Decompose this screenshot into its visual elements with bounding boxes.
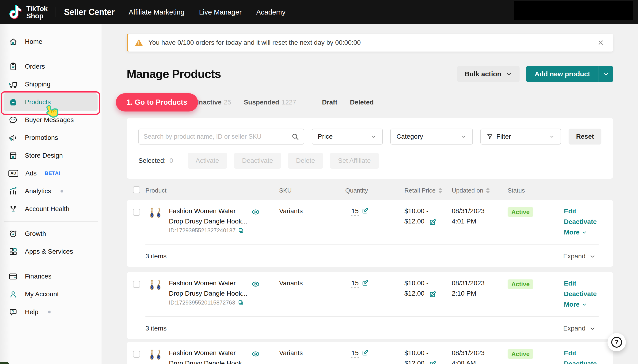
tab-inactive[interactable]: Inactive25 [197,98,231,106]
nav-academy[interactable]: Academy [256,8,285,16]
sidebar-item-home[interactable]: Home [0,33,102,50]
updated-cell: 08/31/2023 4:01 PM [450,206,504,238]
product-thumbnail[interactable] [145,348,165,364]
search-box [138,128,304,144]
sidebar-item-store-design[interactable]: Store Design [0,147,102,164]
sort-updated-on[interactable] [486,188,490,194]
tiktok-shop-logo[interactable]: TikTok Shop [8,4,48,20]
delete-button[interactable]: Delete [288,153,323,169]
product-title[interactable]: Fashion Women Water Drop Drusy Dangle Ho… [169,348,248,364]
edit-price-icon[interactable] [429,218,437,229]
deactivate-action[interactable]: Deactivate [564,288,613,299]
tab-deleted[interactable]: Deleted [350,98,374,106]
row-checkbox[interactable] [133,281,140,288]
price-dropdown[interactable]: Price [312,128,383,144]
status-cell: Active [504,278,554,310]
selected-label: Selected: [138,157,166,164]
copy-icon[interactable] [238,228,244,234]
growth-icon [9,229,18,238]
set-affiliate-button[interactable]: Set Affiliate [330,153,379,169]
variant-count: 3 items [145,325,166,332]
sidebar-item-finances[interactable]: Finances [0,268,102,285]
row-checkbox[interactable] [133,351,140,358]
products-bag-icon [9,98,18,107]
filter-panel: Price Category Filter Reset Selected: 0 [127,118,613,179]
sidebar-item-growth[interactable]: Growth [0,225,102,243]
preview-eye-icon[interactable] [252,208,260,219]
preview-eye-icon[interactable] [252,350,260,361]
chevron-down-icon [603,71,609,77]
column-sku: SKU [277,187,342,194]
add-product-dropdown-toggle[interactable] [599,66,613,82]
step-annotation-badge: 1. Go to Products [116,93,198,112]
add-new-product-button[interactable]: Add new product [526,66,613,82]
more-action[interactable]: More [564,227,613,238]
product-cell: Fashion Women Water Drop Drusy Dangle Ho… [143,278,277,310]
filter-dropdown[interactable]: Filter [480,128,561,144]
edit-action[interactable]: Edit [564,206,613,216]
chevron-down-icon [461,134,467,140]
preview-eye-icon[interactable] [252,280,260,292]
sidebar-item-my-account[interactable]: My Account [0,285,102,303]
home-icon [9,37,18,46]
product-thumbnail[interactable] [145,278,165,297]
finances-card-icon [9,272,18,281]
edit-quantity-icon[interactable] [361,351,369,358]
chevron-down-icon [549,134,555,140]
sku-cell: Variants [277,206,342,238]
sidebar-item-shipping[interactable]: Shipping [0,76,102,93]
sku-cell: Variants [277,278,342,310]
deactivate-action[interactable]: Deactivate [564,216,613,227]
svg-text:?: ? [12,310,14,314]
sidebar-item-account-health[interactable]: Account Health [0,200,102,218]
help-notification-dot [48,310,51,314]
search-input[interactable] [144,133,285,140]
more-action[interactable]: More [564,299,613,310]
expand-toggle[interactable]: Expand [563,252,596,260]
nav-live-manager[interactable]: Live Manager [199,8,242,16]
brand-wordmark: TikTok Shop [26,5,48,20]
selected-count: 0 [170,157,173,164]
product-title[interactable]: Fashion Women Water Drop Drusy Dangle Ho… [169,278,248,299]
reset-button[interactable]: Reset [569,128,601,144]
category-dropdown[interactable]: Category [390,128,473,144]
edit-action[interactable]: Edit [564,348,613,358]
sidebar-item-ads[interactable]: AD Ads BETA! [0,164,102,182]
deactivate-action[interactable]: Deactivate [564,358,613,364]
main-area: You have 0/100 orders for today and it w… [102,24,638,364]
activate-button[interactable]: Activate [188,153,227,169]
copy-icon[interactable] [238,300,244,306]
sidebar-item-help[interactable]: ? Help [0,303,102,321]
sidebar-divider [4,264,98,264]
expand-toggle[interactable]: Expand [563,325,596,332]
sort-retail-price[interactable] [439,188,442,194]
tab-separator [309,99,309,106]
edit-quantity-icon[interactable] [361,209,369,216]
product-title[interactable]: Fashion Women Water Drop Drusy Dangle Ho… [169,206,248,226]
edit-quantity-icon[interactable] [361,281,369,288]
chevron-down-icon [581,230,587,235]
nav-affiliate-marketing[interactable]: Affiliate Marketing [129,8,185,16]
edit-action[interactable]: Edit [564,278,613,288]
help-floating-button[interactable]: ? [607,333,626,351]
question-mark-icon: ? [611,337,622,348]
sidebar-item-apps-services[interactable]: Apps & Services [0,243,102,260]
edit-price-icon[interactable] [429,360,437,364]
bulk-action-button[interactable]: Bulk action [457,66,520,82]
search-icon[interactable] [291,132,299,140]
chevron-down-icon [371,134,377,140]
sidebar-item-promotions[interactable]: Promotions [0,129,102,147]
product-thumbnail[interactable] [145,206,165,225]
deactivate-button[interactable]: Deactivate [234,153,281,169]
select-all-checkbox[interactable] [133,186,140,193]
row-checkbox[interactable] [133,209,140,216]
product-cell: Fashion Women Water Drop Drusy Dangle Ho… [143,206,277,238]
sidebar-item-orders[interactable]: Orders [0,58,102,76]
tab-draft[interactable]: Draft [322,98,337,106]
sidebar-item-analytics[interactable]: Analytics [0,182,102,200]
tab-suspended[interactable]: Suspended1227 [244,98,296,106]
edit-price-icon[interactable] [429,290,437,301]
alert-close-icon[interactable] [597,39,604,46]
store-design-icon [9,151,18,160]
product-cell: Fashion Women Water Drop Drusy Dangle Ho… [143,348,277,364]
